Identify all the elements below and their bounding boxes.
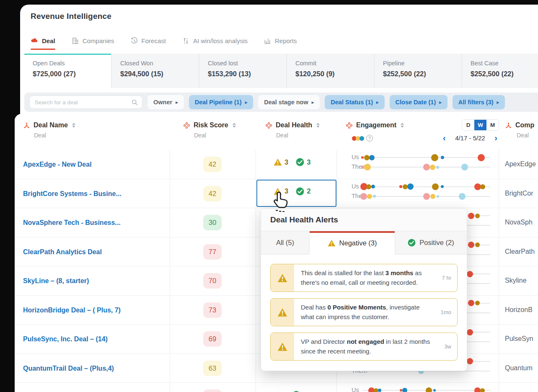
summary-card-open-deals[interactable]: Open Deals$725,000 (27) (24, 54, 111, 88)
engagement-dot (430, 194, 435, 199)
forecast-icon (130, 37, 138, 45)
popup-tab-positive-2-[interactable]: Positive (2) (395, 231, 467, 255)
date-navigator: ‹ 4/17 - 5/22 › (443, 134, 497, 142)
summary-label: Closed Won (120, 60, 190, 67)
summary-label: Best Case (471, 60, 538, 67)
filter-chip-label: Owner (153, 99, 172, 106)
engagement-cell: UsThem (336, 150, 499, 179)
popup-tab-negative-3-[interactable]: Negative (3) (310, 231, 395, 255)
nav-tab-label: AI win/loss analysis (193, 37, 248, 44)
risk-score-badge: 30 (203, 215, 222, 230)
page-title: Revenue Intelligence (31, 12, 111, 21)
nav-tab-ai-win-loss-analysis[interactable]: AI win/loss analysis (182, 34, 248, 47)
filter-chip-deal-status-1-[interactable]: Deal Status (1)▸ (325, 95, 384, 109)
column-header-engagement[interactable]: Engagement (346, 121, 404, 129)
positive-count: 2 (307, 187, 310, 195)
company-name: PulseSyn (505, 335, 533, 343)
engagement-cell: UsThem (336, 179, 499, 209)
popup-title: Deal Health Alerts (261, 209, 467, 231)
deal-name-link[interactable]: BrightCore Systems - Busine... (23, 190, 122, 198)
summary-card-closed-won[interactable]: Closed Won$294,500 (15) (112, 54, 199, 88)
sort-arrows[interactable] (316, 123, 320, 128)
column-header-deal-health[interactable]: Deal Health Deal (265, 121, 320, 139)
company-name: NovaSph (505, 219, 533, 226)
risk-score-badge: 77 (203, 244, 222, 260)
warning-icon (328, 239, 336, 247)
nav-tab-label: Forecast (142, 37, 166, 44)
nav-tab-reports[interactable]: Reports (264, 34, 297, 47)
chevron-right-icon[interactable]: › (494, 134, 497, 142)
alert-text: This deal is stalled for the last 3 mont… (294, 264, 436, 291)
nav-tab-companies[interactable]: Companies (71, 34, 114, 47)
table-row: UsThem (15, 383, 538, 392)
summary-card-commit[interactable]: Commit$120,250 (9) (287, 54, 374, 88)
sort-arrows[interactable] (72, 123, 75, 128)
engagement-dot (369, 155, 375, 160)
summary-card-best-case[interactable]: Best Case$252,500 (22) (462, 54, 538, 88)
popup-tab-all-5-[interactable]: All (5) (261, 231, 310, 255)
filter-chip-all-filters-3-[interactable]: All filters (3)▸ (453, 95, 505, 109)
engagement-dot (474, 387, 481, 392)
help-icon[interactable]: ? (366, 135, 373, 142)
period-button-d[interactable]: D (462, 120, 474, 130)
engagement-dot (432, 183, 439, 190)
column-header-deal-name[interactable]: Deal Name Deal (23, 121, 75, 139)
search-box[interactable] (29, 95, 142, 109)
deal-name-link[interactable]: SkyLine – (8, starter) (23, 277, 89, 285)
column-title: Comp (515, 121, 534, 129)
negative-count: 3 (285, 158, 288, 166)
sort-arrows[interactable] (401, 123, 404, 128)
engagement-dot (475, 301, 480, 305)
filter-chip-deal-pipeline-1-[interactable]: Deal Pipeline (1)▸ (189, 95, 253, 109)
company-name: Skyline (505, 277, 527, 284)
search-input[interactable] (30, 96, 142, 108)
deal-name-link[interactable]: PulseSync, Inc. Deal – (14) (23, 335, 108, 343)
deal-name-link[interactable]: HorizonBridge Deal – ( Plus, 7) (23, 307, 121, 314)
summary-card-closed-lost[interactable]: Closed lost$153,290 (13) (199, 54, 286, 88)
engagement-dot (467, 271, 473, 277)
module-icon (265, 122, 272, 129)
deal-name-link[interactable]: NovaSphere Tech - Business... (23, 219, 121, 227)
nav-tab-deal[interactable]: Deal (31, 34, 55, 47)
period-button-m[interactable]: M (486, 120, 499, 130)
company-name: BrightCor (505, 190, 533, 197)
engagement-dot (475, 214, 480, 218)
alert-card: This deal is stalled for the last 3 mont… (270, 264, 458, 292)
alert-timestamp: 3w (436, 333, 457, 360)
warning-icon (277, 308, 287, 317)
deal-health-cell[interactable]: 33 (274, 158, 310, 166)
column-header-risk-score[interactable]: Risk Score Deal (183, 121, 236, 139)
engagement-dot (480, 184, 485, 189)
engagement-dot (441, 156, 444, 159)
summary-value: $294,500 (15) (120, 70, 190, 78)
alert-warning-zone (271, 333, 294, 360)
header-card: Revenue Intelligence DealCompaniesForeca… (20, 5, 538, 114)
engagement-dot (407, 183, 414, 190)
summary-label: Pipeline (383, 60, 453, 67)
column-header-company[interactable]: Comp Deal (505, 121, 534, 139)
deal-name-link[interactable]: ClearPath Analytics Deal (23, 248, 102, 256)
engagement-dot (361, 166, 364, 169)
deal-name-link[interactable]: ApexEdge - New Deal (23, 161, 92, 168)
sort-arrows[interactable] (233, 123, 236, 128)
engagement-us-label: Us (352, 387, 359, 392)
summary-card-pipeline[interactable]: Pipeline$252,500 (22) (375, 54, 461, 88)
check-icon (296, 187, 304, 196)
filter-chip-owner[interactable]: Owner▸ (147, 95, 184, 109)
engagement-dot (441, 185, 444, 188)
deal-health-alerts-popup: Deal Health Alerts All (5)Negative (3)Po… (261, 208, 467, 371)
period-button-w[interactable]: W (474, 120, 486, 130)
alert-warning-zone (271, 299, 294, 326)
chevron-left-icon[interactable]: ‹ (443, 134, 446, 142)
warning-icon (277, 342, 287, 351)
engagement-dot (436, 166, 439, 169)
deal-name-link[interactable]: QuantumTrail Deal – (Plus,4) (23, 365, 114, 372)
filter-chip-close-date-1-[interactable]: Close Date (1)▸ (390, 95, 447, 109)
risk-score-badge: 69 (203, 331, 222, 347)
reports-icon (264, 37, 272, 45)
summary-label: Closed lost (208, 60, 278, 67)
engagement-timeline (362, 186, 490, 187)
engagement-dot (373, 195, 376, 198)
nav-tab-forecast[interactable]: Forecast (130, 34, 166, 47)
filter-chip-deal-stage-now[interactable]: Deal stage now▸ (258, 95, 320, 109)
